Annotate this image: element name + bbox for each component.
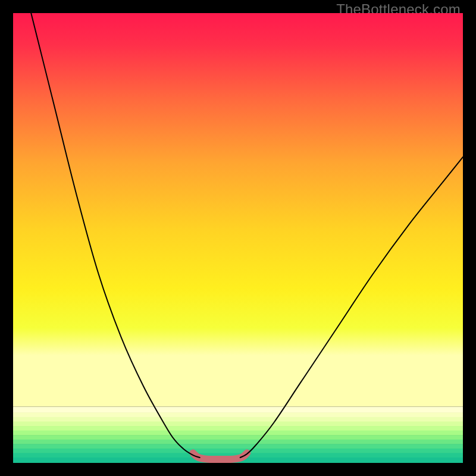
svg-rect-6 (13, 435, 463, 440)
svg-rect-7 (13, 440, 463, 444)
bottom-bands (13, 407, 463, 464)
svg-rect-2 (13, 417, 463, 422)
svg-rect-3 (13, 421, 463, 426)
svg-rect-0 (13, 407, 463, 413)
svg-rect-9 (13, 449, 463, 453)
svg-rect-5 (13, 431, 463, 436)
svg-rect-1 (13, 412, 463, 417)
svg-rect-8 (13, 444, 463, 449)
chart-frame (13, 13, 463, 463)
bottleneck-chart (13, 13, 463, 463)
svg-rect-4 (13, 426, 463, 431)
